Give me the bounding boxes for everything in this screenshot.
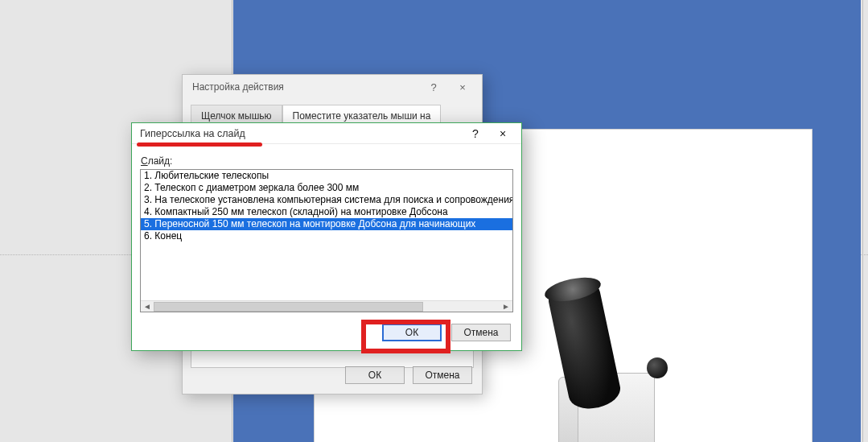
list-item[interactable]: 3. На телескопе установлена компьютерная…: [141, 194, 512, 206]
slide-list-label: Слайд:: [141, 155, 172, 167]
scroll-thumb[interactable]: [154, 302, 423, 312]
telescope-image: [526, 312, 687, 442]
slide-listbox[interactable]: 1. Любительские телескопы2. Телескоп с д…: [140, 169, 513, 312]
hyperlink-dialog-title: Гиперссылка на слайд: [140, 128, 245, 139]
close-button[interactable]: ×: [489, 125, 516, 143]
slide-list-items: 1. Любительские телескопы2. Телескоп с д…: [141, 170, 512, 300]
scroll-right-arrow[interactable]: ►: [500, 301, 512, 312]
action-settings-title: Настройка действия: [192, 81, 284, 93]
hyperlink-to-slide-dialog: Гиперссылка на слайд ? × Слайд: 1. Любит…: [131, 122, 522, 351]
close-button[interactable]: ×: [448, 77, 477, 97]
ok-button[interactable]: ОК: [382, 324, 442, 341]
slide-boundary-right: [862, 0, 863, 442]
action-settings-titlebar[interactable]: Настройка действия ? ×: [183, 75, 482, 99]
horizontal-scrollbar[interactable]: ◄ ►: [141, 300, 512, 312]
hyperlink-dialog-titlebar[interactable]: Гиперссылка на слайд ? ×: [132, 123, 521, 144]
help-button[interactable]: ?: [462, 125, 489, 143]
list-item[interactable]: 5. Переносной 150 мм телескоп на монтиро…: [141, 218, 512, 230]
ok-button[interactable]: ОК: [345, 366, 405, 384]
cancel-button[interactable]: Отмена: [451, 324, 511, 341]
list-item[interactable]: 1. Любительские телескопы: [141, 170, 512, 182]
scroll-track[interactable]: [154, 301, 500, 312]
list-item[interactable]: 6. Конец: [141, 230, 512, 242]
hyperlink-dialog-buttons: ОК Отмена: [382, 324, 511, 341]
scroll-left-arrow[interactable]: ◄: [141, 301, 154, 312]
help-button[interactable]: ?: [419, 77, 448, 97]
list-item[interactable]: 4. Компактный 250 мм телескоп (складной)…: [141, 206, 512, 218]
annotation-underline: [137, 143, 262, 147]
cancel-button[interactable]: Отмена: [413, 366, 472, 384]
action-settings-buttons: ОК Отмена: [345, 366, 472, 384]
list-item[interactable]: 2. Телескоп с диаметром зеркала более 30…: [141, 182, 512, 194]
